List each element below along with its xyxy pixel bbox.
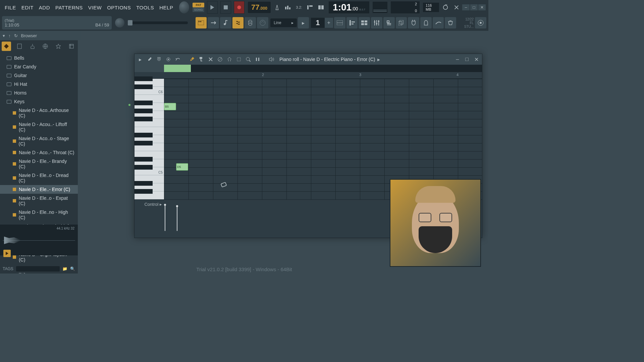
record-button[interactable] [234, 1, 245, 14]
folder-guitar[interactable]: Guitar [0, 71, 78, 80]
menu-tools[interactable]: TOOLS [134, 3, 156, 12]
preset-item[interactable]: Navie D - Aco..o - Stage (C) [0, 134, 78, 148]
chevron-right-icon[interactable]: ▸ [377, 56, 380, 63]
menu-file[interactable]: FILE [3, 3, 18, 12]
preset-item[interactable]: Navie D - Ele..no - High (C) [0, 208, 78, 222]
browser-tab-recent[interactable] [67, 42, 76, 51]
midi-icon[interactable] [257, 17, 268, 28]
close-button[interactable]: ✕ [478, 4, 486, 10]
menu-help[interactable]: HELP [157, 3, 175, 12]
select-tool-icon[interactable] [235, 56, 243, 63]
countdown-icon[interactable]: 3.2: [294, 2, 304, 13]
pr-close-button[interactable]: ✕ [473, 56, 480, 63]
snap-selector[interactable]: Line ▸ [270, 18, 297, 27]
folder-horns[interactable]: Horns [0, 88, 78, 97]
folder-keys[interactable]: Keys [0, 97, 78, 106]
piano-keyboard[interactable]: C6 C5 [135, 79, 164, 199]
channel-picker-panel[interactable] [125, 84, 134, 118]
tags-input[interactable] [16, 266, 60, 272]
clone-button[interactable] [396, 17, 407, 28]
tempo-tap-button[interactable] [420, 17, 432, 28]
folder-hi-hat[interactable]: Hi Hat [0, 80, 78, 88]
folder-bells[interactable]: Bells [0, 54, 78, 62]
note-d5[interactable]: D5 [176, 163, 188, 171]
pitch-knob[interactable] [115, 18, 124, 27]
pr-maximize-button[interactable]: □ [463, 56, 471, 63]
preset-item[interactable]: Navie D - Aco..- Throat (C) [0, 148, 78, 157]
browser-tab-all[interactable] [2, 42, 11, 51]
menu-add[interactable]: ADD [37, 3, 52, 12]
delete-tool-icon[interactable] [207, 56, 214, 63]
collapse-icon[interactable]: ▾ [3, 33, 5, 38]
auto-scroll-button[interactable] [232, 17, 244, 28]
blend-icon[interactable] [316, 2, 325, 13]
refresh-icon[interactable]: ↻ [14, 33, 18, 38]
browser-tab-fav[interactable] [54, 42, 63, 51]
song-position-display[interactable]: 1:01 :00 B.S.T [329, 1, 369, 13]
swoosh-icon[interactable] [433, 17, 444, 28]
preset-item[interactable]: Navie D - Ele..o - Expat (C) [0, 194, 78, 208]
pr-menu-icon[interactable]: ▸ [137, 56, 144, 63]
browser-tab-plugins[interactable] [28, 42, 37, 51]
stamp-icon[interactable] [165, 56, 172, 63]
minimap-pattern[interactable] [164, 65, 191, 72]
draw-tool-icon[interactable] [188, 56, 196, 63]
tempo-display[interactable]: 77 .000 [248, 2, 271, 13]
master-pitch-slider[interactable] [128, 21, 188, 24]
preset-item[interactable]: Navie D - Ele..- Brandy (C) [0, 157, 78, 171]
channel-rack-button[interactable] [359, 17, 370, 28]
browser-tab-files[interactable] [15, 42, 24, 51]
menu-view[interactable]: VIEW [86, 3, 104, 12]
menu-options[interactable]: OPTIONS [105, 3, 133, 12]
pattern-prev-button[interactable]: ▸ [298, 17, 309, 28]
pattern-mode-button[interactable]: PAT [193, 3, 204, 7]
wait-input-icon[interactable] [283, 2, 292, 13]
zoom-tool-icon[interactable] [245, 56, 252, 63]
plugin-button[interactable] [408, 17, 419, 28]
menu-patterns[interactable]: PATTERNS [53, 3, 85, 12]
preset-item-selected[interactable]: Navie D - Ele..- Error (C) [0, 185, 78, 194]
note-button[interactable] [220, 17, 231, 28]
note-b5[interactable]: B5 [164, 103, 176, 110]
switch-user-icon[interactable] [452, 2, 461, 13]
maximize-button[interactable]: □ [470, 4, 478, 10]
piano-roll-ruler[interactable]: 2 3 4 [135, 72, 482, 79]
tags-folder-icon[interactable]: 📁 [62, 266, 67, 271]
multilink-button[interactable] [245, 17, 256, 28]
shop-button[interactable] [445, 17, 456, 28]
folder-ear-candy[interactable]: Ear Candy [0, 62, 78, 71]
browser-toggle-button[interactable] [383, 17, 395, 28]
play-button[interactable] [207, 1, 218, 14]
piano-roll-button[interactable] [346, 17, 358, 28]
preview-play-button[interactable] [3, 250, 11, 257]
pr-minimize-button[interactable]: – [454, 56, 461, 63]
preset-item[interactable]: Navie D - Acou..- Liftoff (C) [0, 120, 78, 134]
metronome-icon[interactable] [273, 2, 282, 13]
cpu-meter[interactable]: 2 0 [391, 1, 420, 13]
search-icon[interactable]: 🔍 [70, 266, 75, 271]
magnet-icon[interactable] [155, 56, 163, 63]
menu-edit[interactable]: EDIT [19, 3, 36, 12]
wrench-icon[interactable] [146, 56, 153, 63]
mixer-button[interactable] [371, 17, 382, 28]
back-icon[interactable]: ↑ [8, 33, 11, 38]
main-volume-knob[interactable] [179, 1, 189, 13]
playlist-button[interactable] [334, 17, 345, 28]
pattern-number[interactable]: 1 [311, 18, 324, 28]
typing-keyboard-button[interactable] [196, 17, 207, 28]
playback-tool-icon[interactable] [254, 56, 261, 63]
undo-history-icon[interactable] [441, 2, 450, 13]
pattern-add-button[interactable]: + [325, 18, 333, 28]
preset-item[interactable]: Navie D - Aco..Arthouse (C) [0, 106, 78, 120]
piano-roll-minimap[interactable] [135, 65, 482, 72]
undo2-icon[interactable] [174, 56, 181, 63]
slice-tool-icon[interactable] [226, 56, 233, 63]
mute-tool-icon[interactable] [216, 56, 224, 63]
stop-button[interactable] [220, 1, 231, 14]
step-edit-icon[interactable] [306, 2, 315, 13]
preset-item[interactable]: Navie D - Ele..o - Dread (C) [0, 171, 78, 185]
minimize-button[interactable]: – [462, 4, 470, 10]
song-mode-button[interactable]: SONG [193, 7, 204, 12]
speaker-icon[interactable] [268, 56, 275, 63]
control-label[interactable]: Control ▸ [135, 200, 164, 231]
